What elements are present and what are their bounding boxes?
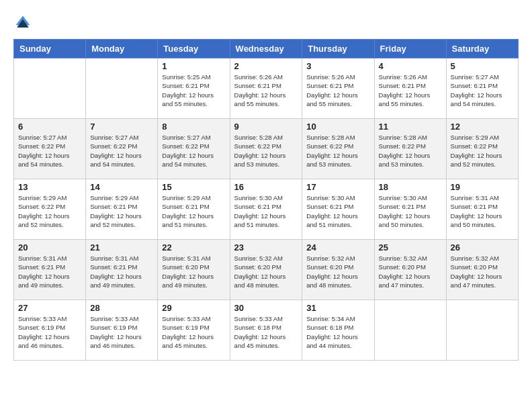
- calendar-cell: 8Sunrise: 5:27 AM Sunset: 6:22 PM Daylig…: [158, 119, 230, 179]
- day-info: Sunrise: 5:27 AM Sunset: 6:22 PM Dayligh…: [162, 133, 225, 169]
- day-number: 28: [90, 303, 153, 313]
- calendar-cell: 30Sunrise: 5:33 AM Sunset: 6:18 PM Dayli…: [230, 300, 302, 361]
- calendar-cell: 9Sunrise: 5:28 AM Sunset: 6:22 PM Daylig…: [230, 119, 302, 179]
- day-info: Sunrise: 5:34 AM Sunset: 6:18 PM Dayligh…: [306, 314, 369, 350]
- day-info: Sunrise: 5:29 AM Sunset: 6:21 PM Dayligh…: [162, 193, 225, 229]
- calendar-cell: 18Sunrise: 5:30 AM Sunset: 6:21 PM Dayli…: [374, 179, 446, 240]
- day-info: Sunrise: 5:29 AM Sunset: 6:22 PM Dayligh…: [451, 133, 514, 169]
- day-info: Sunrise: 5:31 AM Sunset: 6:20 PM Dayligh…: [162, 254, 225, 289]
- day-number: 15: [162, 182, 225, 192]
- day-number: 16: [234, 182, 298, 192]
- calendar-cell: 3Sunrise: 5:26 AM Sunset: 6:21 PM Daylig…: [302, 58, 374, 119]
- day-number: 12: [451, 122, 514, 132]
- day-number: 29: [162, 303, 225, 313]
- calendar-cell: 20Sunrise: 5:31 AM Sunset: 6:21 PM Dayli…: [14, 240, 86, 300]
- calendar-cell: 23Sunrise: 5:32 AM Sunset: 6:20 PM Dayli…: [230, 240, 302, 300]
- week-row-3: 13Sunrise: 5:29 AM Sunset: 6:22 PM Dayli…: [14, 179, 519, 240]
- day-info: Sunrise: 5:32 AM Sunset: 6:20 PM Dayligh…: [306, 254, 369, 289]
- weekday-header-tuesday: Tuesday: [158, 40, 230, 58]
- day-number: 4: [379, 61, 442, 71]
- day-info: Sunrise: 5:29 AM Sunset: 6:22 PM Dayligh…: [18, 193, 81, 229]
- day-number: 6: [18, 122, 81, 132]
- day-number: 24: [306, 242, 369, 253]
- logo-icon: [13, 13, 32, 32]
- calendar-cell: 21Sunrise: 5:31 AM Sunset: 6:21 PM Dayli…: [86, 240, 158, 300]
- calendar-cell: 13Sunrise: 5:29 AM Sunset: 6:22 PM Dayli…: [14, 179, 86, 240]
- day-info: Sunrise: 5:30 AM Sunset: 6:21 PM Dayligh…: [234, 193, 298, 229]
- calendar-cell: 24Sunrise: 5:32 AM Sunset: 6:20 PM Dayli…: [302, 240, 374, 300]
- calendar-cell: 11Sunrise: 5:28 AM Sunset: 6:22 PM Dayli…: [374, 119, 446, 179]
- day-info: Sunrise: 5:33 AM Sunset: 6:18 PM Dayligh…: [234, 314, 298, 350]
- day-info: Sunrise: 5:27 AM Sunset: 6:22 PM Dayligh…: [90, 133, 153, 169]
- day-info: Sunrise: 5:31 AM Sunset: 6:21 PM Dayligh…: [451, 193, 514, 229]
- day-info: Sunrise: 5:25 AM Sunset: 6:21 PM Dayligh…: [162, 73, 225, 108]
- day-info: Sunrise: 5:32 AM Sunset: 6:20 PM Dayligh…: [451, 254, 514, 289]
- calendar-cell: [14, 58, 86, 119]
- day-info: Sunrise: 5:28 AM Sunset: 6:22 PM Dayligh…: [379, 133, 442, 169]
- day-number: 2: [234, 61, 298, 71]
- calendar-cell: 14Sunrise: 5:29 AM Sunset: 6:21 PM Dayli…: [86, 179, 158, 240]
- weekday-header-thursday: Thursday: [302, 40, 374, 58]
- day-number: 13: [18, 182, 81, 192]
- day-number: 22: [162, 242, 225, 253]
- calendar-cell: 28Sunrise: 5:33 AM Sunset: 6:19 PM Dayli…: [86, 300, 158, 361]
- calendar-cell: 1Sunrise: 5:25 AM Sunset: 6:21 PM Daylig…: [158, 58, 230, 119]
- day-number: 14: [90, 182, 153, 192]
- weekday-header-saturday: Saturday: [446, 40, 518, 58]
- calendar-cell: 16Sunrise: 5:30 AM Sunset: 6:21 PM Dayli…: [230, 179, 302, 240]
- day-number: 31: [306, 303, 369, 313]
- day-number: 30: [234, 303, 298, 313]
- day-info: Sunrise: 5:30 AM Sunset: 6:21 PM Dayligh…: [306, 193, 369, 229]
- day-number: 21: [90, 242, 153, 253]
- calendar-cell: 31Sunrise: 5:34 AM Sunset: 6:18 PM Dayli…: [302, 300, 374, 361]
- week-row-1: 1Sunrise: 5:25 AM Sunset: 6:21 PM Daylig…: [14, 58, 519, 119]
- day-number: 1: [162, 61, 225, 71]
- day-info: Sunrise: 5:27 AM Sunset: 6:21 PM Dayligh…: [451, 73, 514, 108]
- day-number: 3: [306, 61, 369, 71]
- day-number: 11: [379, 122, 442, 132]
- day-number: 10: [306, 122, 369, 132]
- calendar-cell: 19Sunrise: 5:31 AM Sunset: 6:21 PM Dayli…: [446, 179, 518, 240]
- week-row-2: 6Sunrise: 5:27 AM Sunset: 6:22 PM Daylig…: [14, 119, 519, 179]
- calendar-cell: 26Sunrise: 5:32 AM Sunset: 6:20 PM Dayli…: [446, 240, 518, 300]
- day-number: 7: [90, 122, 153, 132]
- day-number: 5: [451, 61, 514, 71]
- calendar-cell: 4Sunrise: 5:26 AM Sunset: 6:21 PM Daylig…: [374, 58, 446, 119]
- calendar-cell: 2Sunrise: 5:26 AM Sunset: 6:21 PM Daylig…: [230, 58, 302, 119]
- day-info: Sunrise: 5:32 AM Sunset: 6:20 PM Dayligh…: [234, 254, 298, 289]
- calendar-cell: 10Sunrise: 5:28 AM Sunset: 6:22 PM Dayli…: [302, 119, 374, 179]
- calendar-cell: 12Sunrise: 5:29 AM Sunset: 6:22 PM Dayli…: [446, 119, 518, 179]
- day-info: Sunrise: 5:26 AM Sunset: 6:21 PM Dayligh…: [379, 73, 442, 108]
- day-info: Sunrise: 5:33 AM Sunset: 6:19 PM Dayligh…: [18, 314, 81, 350]
- day-number: 8: [162, 122, 225, 132]
- day-info: Sunrise: 5:32 AM Sunset: 6:20 PM Dayligh…: [379, 254, 442, 289]
- day-info: Sunrise: 5:27 AM Sunset: 6:22 PM Dayligh…: [18, 133, 81, 169]
- calendar-cell: 5Sunrise: 5:27 AM Sunset: 6:21 PM Daylig…: [446, 58, 518, 119]
- calendar-cell: [446, 300, 518, 361]
- calendar-cell: 25Sunrise: 5:32 AM Sunset: 6:20 PM Dayli…: [374, 240, 446, 300]
- day-number: 27: [18, 303, 81, 313]
- week-row-4: 20Sunrise: 5:31 AM Sunset: 6:21 PM Dayli…: [14, 240, 519, 300]
- weekday-header-monday: Monday: [86, 40, 158, 58]
- page-header: [13, 13, 519, 32]
- day-info: Sunrise: 5:31 AM Sunset: 6:21 PM Dayligh…: [90, 254, 153, 289]
- day-info: Sunrise: 5:33 AM Sunset: 6:19 PM Dayligh…: [90, 314, 153, 350]
- calendar-cell: 29Sunrise: 5:33 AM Sunset: 6:19 PM Dayli…: [158, 300, 230, 361]
- calendar-cell: 15Sunrise: 5:29 AM Sunset: 6:21 PM Dayli…: [158, 179, 230, 240]
- calendar-cell: 6Sunrise: 5:27 AM Sunset: 6:22 PM Daylig…: [14, 119, 86, 179]
- day-info: Sunrise: 5:26 AM Sunset: 6:21 PM Dayligh…: [234, 73, 298, 108]
- day-info: Sunrise: 5:28 AM Sunset: 6:22 PM Dayligh…: [306, 133, 369, 169]
- calendar-cell: 17Sunrise: 5:30 AM Sunset: 6:21 PM Dayli…: [302, 179, 374, 240]
- weekday-header-row: SundayMondayTuesdayWednesdayThursdayFrid…: [14, 40, 519, 58]
- day-number: 9: [234, 122, 298, 132]
- weekday-header-wednesday: Wednesday: [230, 40, 302, 58]
- calendar-cell: [86, 58, 158, 119]
- weekday-header-friday: Friday: [374, 40, 446, 58]
- weekday-header-sunday: Sunday: [14, 40, 86, 58]
- calendar-cell: 27Sunrise: 5:33 AM Sunset: 6:19 PM Dayli…: [14, 300, 86, 361]
- calendar-table: SundayMondayTuesdayWednesdayThursdayFrid…: [13, 39, 519, 361]
- day-number: 23: [234, 242, 298, 253]
- calendar-cell: 7Sunrise: 5:27 AM Sunset: 6:22 PM Daylig…: [86, 119, 158, 179]
- day-number: 25: [379, 242, 442, 253]
- logo: [13, 13, 35, 32]
